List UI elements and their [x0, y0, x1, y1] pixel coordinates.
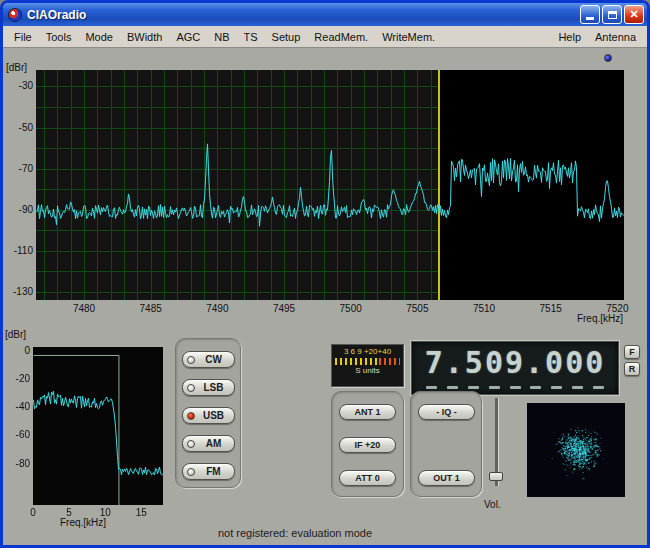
digit-adjust-6[interactable]	[551, 386, 562, 389]
main-spectrum-canvas[interactable]	[36, 70, 624, 300]
frequency-digits[interactable]: 7.509.000	[412, 345, 618, 380]
main-y-tick-label: -90	[3, 204, 33, 215]
mode-radio-am	[187, 440, 195, 448]
s-meter: 3 6 9 +20+40 S units	[331, 344, 404, 387]
mode-panel: CWLSBUSBAMFM	[175, 338, 241, 488]
main-y-tick-label: -110	[3, 245, 33, 256]
mode-button-fm[interactable]: FM	[182, 463, 235, 480]
mode-button-am[interactable]: AM	[182, 435, 235, 452]
r-button[interactable]: R	[624, 362, 640, 376]
if-y-tick-label: -40	[5, 401, 30, 412]
digit-adjust-2[interactable]	[468, 386, 479, 389]
menu-group-right: HelpAntenna	[551, 28, 643, 46]
digit-adjust-3[interactable]	[489, 386, 500, 389]
mode-radio-cw	[187, 356, 195, 364]
mode-radio-usb	[187, 412, 195, 420]
main-x-tick-label: 7485	[135, 303, 167, 314]
antenna-led-indicator	[604, 54, 612, 62]
if-x-tick-label: 15	[131, 507, 151, 518]
digit-adjust-4[interactable]	[510, 386, 521, 389]
s-meter-scale-numbers: 3 6 9 +20+40	[335, 347, 400, 356]
iq-constellation-canvas	[527, 403, 625, 497]
status-text: not registered: evaluation mode	[160, 527, 430, 539]
titlebar: CIAOradio ✕	[3, 3, 647, 26]
mode-button-lsb[interactable]: LSB	[182, 379, 235, 396]
digit-adjust-5[interactable]	[530, 386, 541, 389]
mode-radio-lsb	[187, 384, 195, 392]
button-iq[interactable]: - IQ -	[418, 404, 475, 420]
app-window: CIAOradio ✕ FileToolsModeBWidthAGCNBTSSe…	[0, 0, 650, 548]
client-area: [dBr] Freq.[kHz] [dBr] Freq.[kHz] CWLSBU…	[3, 48, 647, 545]
main-x-tick-label: 7495	[268, 303, 300, 314]
main-x-tick-label: 7510	[468, 303, 500, 314]
digit-adjust-1[interactable]	[447, 386, 458, 389]
window-title: CIAOradio	[27, 8, 578, 22]
mode-button-cw[interactable]: CW	[182, 351, 235, 368]
digit-adjust-7[interactable]	[572, 386, 583, 389]
menu-item-readmem[interactable]: ReadMem.	[307, 28, 375, 46]
menu-item-help[interactable]: Help	[551, 28, 588, 46]
main-y-tick-label: -70	[3, 163, 33, 174]
close-button[interactable]: ✕	[624, 5, 644, 24]
main-x-tick-label: 7500	[335, 303, 367, 314]
mode-radio-fm	[187, 468, 195, 476]
digit-adjust-0[interactable]	[426, 386, 437, 389]
frequency-display: 7.509.000	[411, 341, 619, 395]
main-spectrum-xlabel: Freq.[kHz]	[523, 313, 623, 324]
s-meter-ticks-red	[379, 358, 400, 365]
menu-item-setup[interactable]: Setup	[265, 28, 308, 46]
menu-item-mode[interactable]: Mode	[78, 28, 120, 46]
if-y-tick-label: -80	[5, 458, 30, 469]
if-y-tick-label: -20	[5, 373, 30, 384]
button-if-20[interactable]: IF +20	[339, 437, 396, 453]
button-ant-1[interactable]: ANT 1	[339, 404, 396, 420]
s-meter-ticks-yellow	[335, 358, 379, 365]
digit-adjusters-row	[426, 386, 604, 389]
if-x-tick-label: 10	[95, 507, 115, 518]
menu-item-file[interactable]: File	[7, 28, 39, 46]
main-x-tick-label: 7520	[601, 303, 633, 314]
mode-button-usb[interactable]: USB	[182, 407, 235, 424]
main-x-tick-label: 7490	[201, 303, 233, 314]
if-x-tick-label: 5	[59, 507, 79, 518]
minimize-button[interactable]	[580, 5, 600, 24]
volume-label: Vol.	[484, 499, 501, 510]
menu-item-agc[interactable]: AGC	[169, 28, 207, 46]
if-filter-canvas	[33, 347, 163, 505]
maximize-icon	[608, 11, 617, 19]
main-x-tick-label: 7480	[68, 303, 100, 314]
main-y-tick-label: -30	[3, 80, 33, 91]
menu-item-antenna[interactable]: Antenna	[588, 28, 643, 46]
main-y-tick-label: -50	[3, 122, 33, 133]
if-filter-ylabel: [dBr]	[5, 329, 26, 340]
mode-label-lsb: LSB	[200, 382, 227, 393]
main-y-tick-label: -130	[3, 286, 33, 297]
menu-item-ts[interactable]: TS	[237, 28, 265, 46]
app-icon	[8, 8, 22, 22]
menu-item-bwidth[interactable]: BWidth	[120, 28, 169, 46]
menu-group-left: FileToolsModeBWidthAGCNBTSSetupReadMem.W…	[7, 28, 442, 46]
s-meter-units-label: S units	[332, 366, 403, 375]
menu-item-nb[interactable]: NB	[207, 28, 236, 46]
button-att-0[interactable]: ATT 0	[339, 470, 396, 486]
if-filter-xlabel: Freq.[kHz]	[33, 517, 133, 528]
button-out-1[interactable]: OUT 1	[418, 470, 475, 486]
mode-label-am: AM	[200, 438, 227, 449]
main-spectrum-ylabel: [dBr]	[6, 62, 27, 73]
mode-label-cw: CW	[200, 354, 227, 365]
antenna-panel: ANT 1IF +20ATT 0	[331, 391, 404, 497]
iq-panel: - IQ -OUT 1	[410, 391, 482, 497]
mode-label-usb: USB	[200, 410, 227, 421]
menu-item-writemem[interactable]: WriteMem.	[375, 28, 442, 46]
if-y-tick-label: 0	[5, 345, 30, 356]
main-x-tick-label: 7505	[401, 303, 433, 314]
f-button[interactable]: F	[624, 345, 640, 359]
menu-item-tools[interactable]: Tools	[39, 28, 79, 46]
menu-bar: FileToolsModeBWidthAGCNBTSSetupReadMem.W…	[3, 26, 647, 48]
if-y-tick-label: -60	[5, 429, 30, 440]
digit-adjust-8[interactable]	[593, 386, 604, 389]
maximize-button[interactable]	[602, 5, 622, 24]
minimize-icon	[586, 17, 594, 20]
mode-label-fm: FM	[200, 466, 227, 477]
volume-slider-thumb[interactable]	[489, 472, 503, 481]
